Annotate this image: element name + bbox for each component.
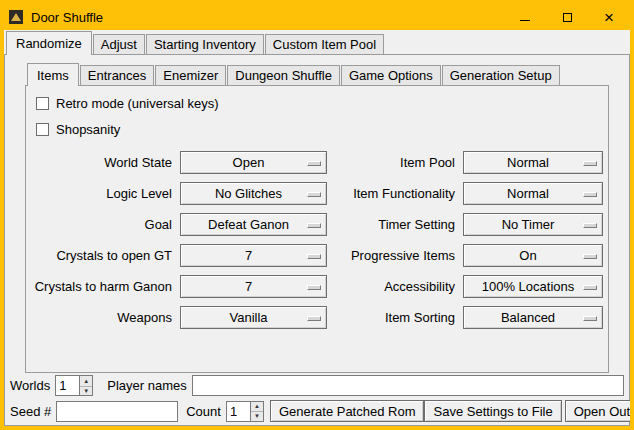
tab-randomize[interactable]: Randomize bbox=[6, 31, 92, 55]
field-label: Weapons bbox=[30, 310, 172, 325]
window-title: Door Shuffle bbox=[31, 10, 103, 25]
spin-down-icon[interactable]: ▼ bbox=[251, 411, 263, 421]
spin-down-icon[interactable]: ▼ bbox=[80, 386, 92, 396]
player-names-label: Player names bbox=[107, 378, 186, 393]
dropdown-indicator-icon bbox=[307, 192, 321, 197]
accessibility-dropdown[interactable]: 100% Locations bbox=[463, 275, 603, 298]
worlds-spinner-input[interactable] bbox=[55, 375, 79, 396]
retro-mode-checkbox[interactable]: Retro mode (universal keys) bbox=[36, 94, 604, 113]
checkbox-label: Shopsanity bbox=[56, 122, 120, 137]
count-label: Count bbox=[186, 404, 221, 419]
tab-adjust[interactable]: Adjust bbox=[93, 34, 145, 54]
shopsanity-checkbox[interactable]: Shopsanity bbox=[36, 120, 604, 139]
dialog-content: Randomize Adjust Starting Inventory Cust… bbox=[4, 30, 630, 426]
dropdown-value: Defeat Ganon bbox=[208, 217, 299, 232]
seed-label: Seed # bbox=[10, 404, 51, 419]
field-label: Crystals to harm Ganon bbox=[30, 279, 172, 294]
dropdown-value: Open bbox=[233, 155, 275, 170]
minimize-button[interactable] bbox=[504, 4, 546, 30]
dropdown-indicator-icon bbox=[583, 223, 597, 228]
timer-setting-dropdown[interactable]: No Timer bbox=[463, 213, 603, 236]
count-spinner: ▲ ▼ bbox=[226, 401, 264, 422]
seed-row: Seed # Count ▲ ▼ Generate Patched Rom Sa… bbox=[10, 400, 624, 422]
seed-input[interactable] bbox=[56, 401, 178, 422]
checkbox-box-icon bbox=[36, 123, 49, 136]
dropdown-indicator-icon bbox=[307, 161, 321, 166]
tab-label: Randomize bbox=[16, 36, 82, 51]
titlebar: Door Shuffle × bbox=[4, 4, 630, 30]
form-row: World State Open Item Pool Normal bbox=[30, 151, 604, 174]
weapons-dropdown[interactable]: Vanilla bbox=[180, 306, 327, 329]
field-label: Logic Level bbox=[30, 186, 172, 201]
open-output-directory-button[interactable]: Open Output Directory bbox=[565, 400, 634, 422]
field-label: Progressive Items bbox=[327, 248, 455, 263]
form-row: Crystals to harm Ganon 7 Accessibility 1… bbox=[30, 275, 604, 298]
count-spinner-input[interactable] bbox=[226, 401, 250, 422]
maximize-button[interactable] bbox=[546, 4, 588, 30]
tab-entrances[interactable]: Entrances bbox=[80, 65, 155, 85]
progressive-items-dropdown[interactable]: On bbox=[463, 244, 603, 267]
dropdown-value: Balanced bbox=[501, 310, 565, 325]
generate-patched-rom-button[interactable]: Generate Patched Rom bbox=[270, 400, 425, 422]
save-settings-button[interactable]: Save Settings to File bbox=[424, 400, 561, 422]
randomize-tab-panel: Items Entrances Enemizer Dungeon Shuffle… bbox=[4, 54, 630, 426]
field-label: Goal bbox=[30, 217, 172, 232]
field-label: Item Sorting bbox=[327, 310, 455, 325]
dropdown-value: No Timer bbox=[502, 217, 565, 232]
dropdown-indicator-icon bbox=[307, 254, 321, 259]
tab-label: Custom Item Pool bbox=[273, 37, 376, 52]
dropdown-indicator-icon bbox=[583, 285, 597, 290]
item-sorting-dropdown[interactable]: Balanced bbox=[463, 306, 603, 329]
dropdown-indicator-icon bbox=[307, 316, 321, 321]
tab-label: Game Options bbox=[349, 68, 433, 83]
field-label: World State bbox=[30, 155, 172, 170]
goal-dropdown[interactable]: Defeat Ganon bbox=[180, 213, 327, 236]
tab-label: Entrances bbox=[88, 68, 147, 83]
dropdown-value: Normal bbox=[507, 186, 559, 201]
dropdown-value: No Glitches bbox=[215, 186, 292, 201]
app-icon[interactable] bbox=[9, 10, 23, 24]
player-names-input[interactable] bbox=[192, 375, 624, 396]
dropdown-indicator-icon bbox=[307, 285, 321, 290]
item-functionality-dropdown[interactable]: Normal bbox=[463, 182, 603, 205]
tab-starting-inventory[interactable]: Starting Inventory bbox=[146, 34, 264, 54]
dropdown-value: On bbox=[519, 248, 546, 263]
tab-dungeon-shuffle[interactable]: Dungeon Shuffle bbox=[227, 65, 340, 85]
dropdown-indicator-icon bbox=[307, 223, 321, 228]
checkbox-label: Retro mode (universal keys) bbox=[56, 96, 219, 111]
field-label: Item Pool bbox=[327, 155, 455, 170]
form-row: Crystals to open GT 7 Progressive Items … bbox=[30, 244, 604, 267]
count-spinner-buttons: ▲ ▼ bbox=[250, 401, 264, 422]
tab-custom-item-pool[interactable]: Custom Item Pool bbox=[265, 34, 384, 54]
world-state-dropdown[interactable]: Open bbox=[180, 151, 327, 174]
close-button[interactable]: × bbox=[588, 4, 630, 30]
bottom-bar: Worlds ▲ ▼ Player names Seed # Count bbox=[10, 371, 624, 422]
item-pool-dropdown[interactable]: Normal bbox=[463, 151, 603, 174]
options-form: World State Open Item Pool Normal bbox=[30, 151, 604, 329]
spin-up-icon[interactable]: ▲ bbox=[80, 376, 92, 386]
tab-enemizer[interactable]: Enemizer bbox=[155, 65, 226, 85]
logic-level-dropdown[interactable]: No Glitches bbox=[180, 182, 327, 205]
form-row: Weapons Vanilla Item Sorting Balanced bbox=[30, 306, 604, 329]
dropdown-value: 7 bbox=[245, 279, 262, 294]
tab-label: Adjust bbox=[101, 37, 137, 52]
tab-items[interactable]: Items bbox=[27, 63, 79, 86]
worlds-spinner-buttons: ▲ ▼ bbox=[79, 375, 93, 396]
window-controls: × bbox=[504, 4, 630, 30]
worlds-row: Worlds ▲ ▼ Player names bbox=[10, 375, 624, 396]
tab-game-options[interactable]: Game Options bbox=[341, 65, 441, 85]
inner-tab-bar: Items Entrances Enemizer Dungeon Shuffle… bbox=[25, 62, 609, 85]
spin-up-icon[interactable]: ▲ bbox=[251, 402, 263, 412]
tab-label: Items bbox=[37, 68, 69, 83]
dropdown-value: Vanilla bbox=[229, 310, 277, 325]
tab-label: Dungeon Shuffle bbox=[235, 68, 332, 83]
dropdown-value: 7 bbox=[245, 248, 262, 263]
inner-notebook: Items Entrances Enemizer Dungeon Shuffle… bbox=[25, 62, 609, 373]
tab-generation-setup[interactable]: Generation Setup bbox=[442, 65, 560, 85]
crystals-open-gt-dropdown[interactable]: 7 bbox=[180, 244, 327, 267]
crystals-harm-ganon-dropdown[interactable]: 7 bbox=[180, 275, 327, 298]
tab-label: Starting Inventory bbox=[154, 37, 256, 52]
tab-label: Generation Setup bbox=[450, 68, 552, 83]
form-row: Logic Level No Glitches Item Functionali… bbox=[30, 182, 604, 205]
field-label: Item Functionality bbox=[327, 186, 455, 201]
